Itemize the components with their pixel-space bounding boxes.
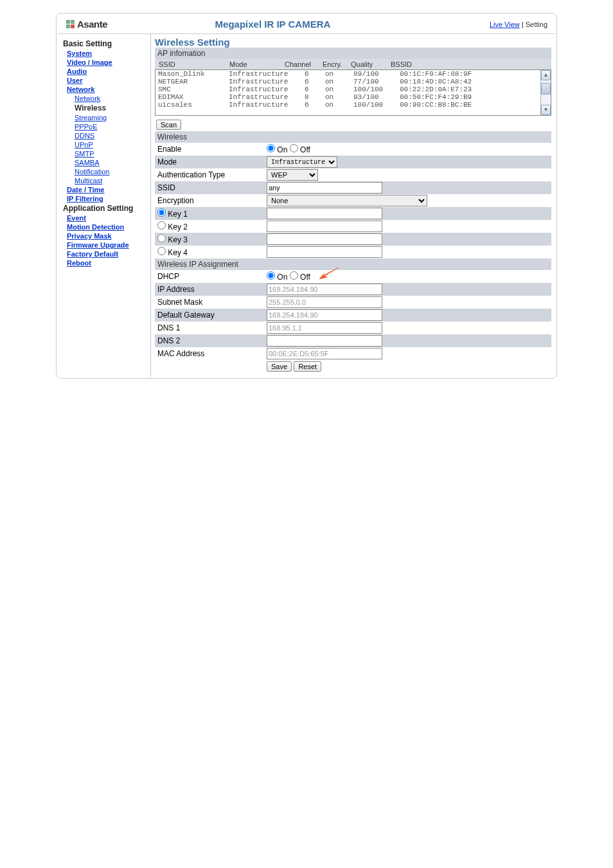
sidebar-item-reboot[interactable]: Reboot — [67, 259, 145, 267]
dhcp-on-radio[interactable] — [267, 271, 275, 280]
wireless-setting-title: Wireless Setting — [155, 37, 551, 48]
subnet-mask-input[interactable] — [267, 296, 382, 308]
sidebar-item-upnp[interactable]: UPnP — [75, 141, 145, 149]
sidebar-item-system[interactable]: System — [67, 50, 145, 57]
ap-col-channel: Channel — [277, 59, 319, 69]
sidebar-item-network[interactable]: Network — [67, 86, 145, 93]
subnet-mask-label: Subnet Mask — [155, 296, 264, 309]
encryption-select[interactable]: None — [267, 195, 427, 206]
scrollbar[interactable]: ▲ ▼ — [540, 70, 551, 115]
ap-information-header: AP infomation — [155, 48, 551, 59]
sidebar-item-factory-default[interactable]: Factory Default — [67, 250, 145, 258]
scroll-down-icon[interactable]: ▼ — [541, 105, 551, 115]
sidebar-item-firmware-upgrade[interactable]: Firmware Upgrade — [67, 241, 145, 249]
sidebar-item-date-time[interactable]: Date / Time — [67, 186, 145, 194]
default-gateway-input[interactable] — [267, 309, 382, 321]
mode-label: Mode — [155, 156, 264, 168]
key3-radio[interactable] — [157, 234, 166, 242]
nav-setting: Setting — [526, 21, 547, 28]
sidebar-item-samba[interactable]: SAMBA — [75, 159, 145, 167]
ap-col-encry: Encry. — [319, 59, 347, 69]
sidebar-item-event[interactable]: Event — [67, 214, 145, 222]
key1-input[interactable] — [267, 208, 382, 219]
dns2-label: DNS 2 — [155, 334, 264, 347]
red-arrow-annotation-icon — [319, 267, 339, 279]
reset-button[interactable]: Reset — [294, 361, 321, 372]
page-title: Megapixel IR IP CAMERA — [56, 19, 490, 30]
nav-live-view[interactable]: Live View — [490, 21, 520, 28]
enable-on-radio[interactable] — [267, 144, 275, 152]
ap-col-ssid: SSID — [155, 59, 226, 69]
ap-list-row[interactable]: uicsalesInfrastructure6on100/10000:90:CC… — [155, 101, 540, 109]
sidebar: Basic Setting System Video / Image Audio… — [58, 34, 151, 377]
key3-label: Key 3 — [168, 235, 188, 244]
ssid-label: SSID — [155, 181, 264, 194]
sidebar-item-audio[interactable]: Audio — [67, 68, 145, 75]
sidebar-item-smtp[interactable]: SMTP — [75, 150, 145, 158]
mode-select[interactable]: Infrastructure — [267, 156, 337, 168]
sidebar-basic-setting: Basic Setting — [63, 39, 145, 48]
sidebar-item-network-sub[interactable]: Network — [75, 95, 145, 102]
ap-list-row[interactable]: NETGEARInfrastructure6on77/10000:18:4D:8… — [155, 78, 540, 86]
key2-input[interactable] — [267, 221, 382, 232]
sidebar-item-pppoe[interactable]: PPPoE — [75, 123, 145, 131]
sidebar-item-user[interactable]: User — [67, 77, 145, 84]
scroll-thumb[interactable] — [541, 83, 551, 95]
dhcp-label: DHCP — [155, 270, 264, 283]
auth-type-label: Authentication Type — [155, 168, 264, 181]
top-nav: Live View | Setting — [490, 21, 547, 28]
dhcp-off-radio[interactable] — [290, 271, 298, 280]
default-gateway-label: Default Gateway — [155, 309, 264, 321]
sidebar-item-notification[interactable]: Notification — [75, 168, 145, 176]
dns2-input[interactable] — [267, 335, 382, 347]
ap-list-row[interactable]: SMCInfrastructure6on100/10000:22:2D:0A:E… — [155, 86, 540, 93]
sidebar-item-ip-filtering[interactable]: IP Filtering — [67, 195, 145, 203]
sidebar-application-setting: Application Setting — [63, 204, 145, 213]
sidebar-item-motion-detection[interactable]: Motion Detection — [67, 223, 145, 231]
ssid-input[interactable] — [267, 182, 382, 194]
encryption-label: Encryption — [155, 194, 264, 207]
mac-address-label: MAC Address — [155, 347, 264, 360]
wireless-ip-section-header: Wireless IP Assignment — [155, 258, 551, 270]
sidebar-item-multicast[interactable]: Multicast — [75, 177, 145, 185]
mac-address-input[interactable] — [267, 348, 382, 359]
key2-radio[interactable] — [157, 221, 166, 230]
save-button[interactable]: Save — [267, 361, 292, 372]
ap-list-row[interactable]: Mason_DlinkInfrastructure6on89/10000:1C:… — [155, 70, 540, 78]
sidebar-item-wireless[interactable]: Wireless — [75, 104, 145, 113]
enable-off-radio[interactable] — [290, 144, 298, 152]
scroll-up-icon[interactable]: ▲ — [541, 70, 551, 80]
dns1-input[interactable] — [267, 322, 382, 334]
wireless-section-header: Wireless — [155, 131, 551, 143]
ip-address-label: IP Address — [155, 283, 264, 296]
key2-label: Key 2 — [168, 222, 188, 231]
auth-type-select[interactable]: WEP — [267, 169, 318, 181]
ap-list-row[interactable]: EDIMAXInfrastructure8on93/10000:50:FC:F4… — [155, 93, 540, 101]
key1-radio[interactable] — [157, 208, 166, 217]
key3-input[interactable] — [267, 233, 382, 245]
dns1-label: DNS 1 — [155, 321, 264, 334]
header: Asante Megapixel IR IP CAMERA Live View … — [58, 15, 555, 34]
sidebar-item-privacy-mask[interactable]: Privacy Mask — [67, 232, 145, 240]
content-area: Wireless Setting AP infomation SSID Mode… — [151, 34, 555, 377]
key4-radio[interactable] — [157, 247, 166, 255]
key4-input[interactable] — [267, 246, 382, 258]
sidebar-item-streaming[interactable]: Streaming — [75, 114, 145, 122]
ap-col-bssid: BSSID — [387, 59, 551, 69]
key4-label: Key 4 — [168, 248, 188, 257]
ip-address-input[interactable] — [267, 284, 382, 295]
sidebar-item-ddns[interactable]: DDNS — [75, 132, 145, 140]
ap-listbox[interactable]: Mason_DlinkInfrastructure6on89/10000:1C:… — [155, 69, 551, 116]
key1-label: Key 1 — [168, 210, 188, 219]
sidebar-item-video-image[interactable]: Video / Image — [67, 59, 145, 66]
ap-col-mode: Mode — [226, 59, 277, 69]
enable-label: Enable — [155, 143, 264, 156]
scan-button[interactable]: Scan — [156, 120, 181, 130]
ap-col-quality: Quality — [347, 59, 387, 69]
